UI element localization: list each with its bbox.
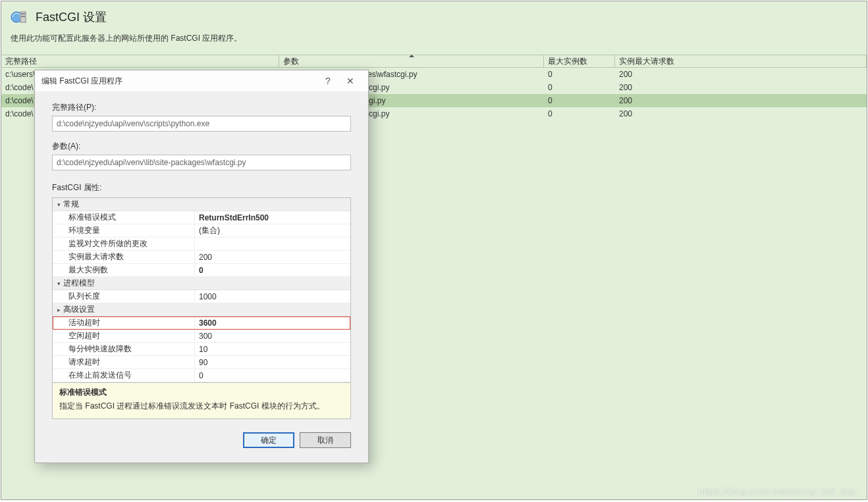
full-path-input[interactable]: [52, 116, 351, 132]
col-max-instances[interactable]: 最大实例数: [544, 55, 615, 67]
property-row[interactable]: 空闲超时300: [53, 330, 350, 343]
dialog-title: 编辑 FastCGI 应用程序: [41, 76, 122, 87]
category-advanced[interactable]: ▸ 高级设置: [53, 303, 350, 316]
cell-max-instances: 0: [544, 82, 615, 93]
cell-max-requests: 200: [615, 68, 867, 80]
property-name: 标准错误模式: [53, 211, 195, 224]
chevron-right-icon: ▸: [54, 307, 63, 313]
property-row[interactable]: 请求超时90: [53, 356, 350, 369]
cancel-button[interactable]: 取消: [300, 432, 351, 448]
property-row[interactable]: 实例最大请求数200: [53, 251, 350, 264]
property-value[interactable]: 3600: [195, 316, 350, 329]
property-name: 队列长度: [53, 290, 195, 303]
property-name: 监视对文件所做的更改: [53, 238, 195, 250]
svg-rect-3: [21, 16, 25, 17]
watermark: https://blog.csdn.net/young_old_boy: [698, 486, 856, 497]
cell-max-requests: 200: [615, 108, 867, 120]
ok-button[interactable]: 确定: [243, 432, 294, 448]
cell-max-requests: 200: [615, 82, 867, 93]
property-value[interactable]: ReturnStdErrIn500: [195, 211, 350, 224]
property-name: 环境变量: [53, 224, 195, 237]
help-button[interactable]: ?: [317, 74, 339, 88]
property-row[interactable]: 监视对文件所做的更改: [53, 238, 350, 251]
args-label: 参数(A):: [52, 141, 351, 152]
args-input[interactable]: [52, 155, 351, 170]
cell-max-instances: 0: [544, 108, 615, 120]
cell-max-requests: 200: [615, 95, 867, 107]
col-args[interactable]: 参数: [279, 55, 544, 67]
chevron-down-icon: ▾: [54, 280, 63, 287]
property-value[interactable]: [195, 238, 350, 250]
property-row[interactable]: 活动超时3600: [53, 316, 350, 330]
property-row[interactable]: 标准错误模式ReturnStdErrIn500: [53, 211, 350, 224]
chevron-down-icon: ▾: [54, 201, 63, 208]
property-row[interactable]: 在终止前发送信号0: [53, 369, 350, 382]
page-header: FastCGI 设置: [1, 1, 867, 29]
page-title: FastCGI 设置: [36, 9, 107, 25]
property-value[interactable]: 10: [195, 343, 350, 355]
property-row[interactable]: 环境变量(集合): [53, 224, 350, 238]
property-name: 请求超时: [53, 356, 195, 368]
property-name: 实例最大请求数: [53, 251, 195, 263]
property-value[interactable]: 1000: [195, 290, 350, 303]
dialog-titlebar[interactable]: 编辑 FastCGI 应用程序 ? ✕: [35, 70, 368, 91]
property-description-title: 标准错误模式: [59, 387, 344, 398]
property-row[interactable]: 每分钟快速故障数10: [53, 343, 350, 356]
dialog-buttons: 确定 取消: [35, 423, 368, 463]
property-value[interactable]: 90: [195, 356, 350, 368]
property-value[interactable]: 200: [195, 251, 350, 263]
cell-max-instances: 0: [544, 68, 615, 80]
server-icon: [11, 8, 29, 26]
edit-fastcgi-dialog: 编辑 FastCGI 应用程序 ? ✕ 完整路径(P): 参数(A): Fast…: [34, 70, 369, 463]
close-button[interactable]: ✕: [339, 74, 362, 88]
category-general[interactable]: ▾ 常规: [53, 198, 350, 211]
page-description: 使用此功能可配置此服务器上的网站所使用的 FastCGI 应用程序。: [1, 29, 867, 55]
property-value[interactable]: 0: [195, 369, 350, 382]
property-name: 每分钟快速故障数: [53, 343, 195, 355]
col-full-path[interactable]: 完整路径: [1, 55, 279, 67]
property-value[interactable]: 0: [195, 264, 350, 276]
property-row[interactable]: 最大实例数0: [53, 264, 350, 277]
property-description: 标准错误模式 指定当 FastCGI 进程通过标准错误流发送文本时 FastCG…: [52, 383, 351, 419]
category-process[interactable]: ▾ 进程模型: [53, 277, 350, 290]
svg-rect-2: [21, 13, 25, 14]
property-description-body: 指定当 FastCGI 进程通过标准错误流发送文本时 FastCGI 模块的行为…: [59, 401, 344, 412]
full-path-label: 完整路径(P):: [52, 102, 351, 113]
property-name: 空闲超时: [53, 330, 195, 342]
property-name: 在终止前发送信号: [53, 369, 195, 382]
dialog-body: 完整路径(P): 参数(A): FastCGI 属性: ▾ 常规 标准错误模式R…: [35, 91, 368, 423]
property-value[interactable]: 300: [195, 330, 350, 342]
cell-max-instances: 0: [544, 95, 615, 107]
property-value[interactable]: (集合): [195, 224, 350, 237]
props-label: FastCGI 属性:: [52, 182, 351, 193]
property-grid[interactable]: ▾ 常规 标准错误模式ReturnStdErrIn500环境变量(集合)监视对文…: [52, 197, 351, 383]
property-row[interactable]: 队列长度1000: [53, 290, 350, 303]
property-name: 活动超时: [53, 316, 195, 329]
property-name: 最大实例数: [53, 264, 195, 276]
grid-header: 完整路径 参数 最大实例数 实例最大请求数: [1, 55, 867, 68]
col-max-requests[interactable]: 实例最大请求数: [615, 55, 867, 67]
